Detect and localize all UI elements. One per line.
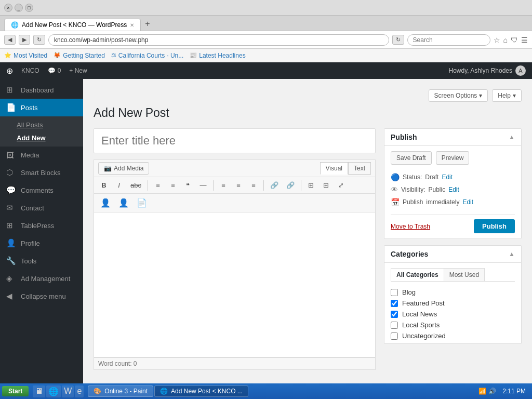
bookmark-latest-headlines[interactable]: 📰 Latest Headlines (190, 52, 245, 59)
visibility-edit-link[interactable]: Edit (448, 186, 459, 193)
sidebar-item-smart-blocks[interactable]: ⬡ Smart Blocks (0, 164, 83, 181)
more-button[interactable]: ⊞ (320, 179, 333, 191)
align-right-button[interactable]: ≡ (247, 179, 260, 191)
publish-panel-toggle-icon[interactable]: ▲ (509, 134, 515, 141)
insert-table-button[interactable]: ⊞ (304, 179, 318, 191)
sidebar-item-contact[interactable]: ✉ Contact (0, 199, 83, 217)
star-icon[interactable]: ☆ (494, 36, 500, 44)
publish-date-edit-link[interactable]: Edit (462, 198, 473, 206)
sidebar-item-media[interactable]: 🖼 Media (0, 147, 83, 164)
person-icon-btn[interactable]: 👤 (97, 196, 114, 210)
url-input[interactable] (48, 34, 389, 46)
contact-icon: ✉ (6, 203, 17, 212)
move-trash-button[interactable]: Move to Trash (391, 223, 430, 230)
text-tab[interactable]: Text (348, 162, 371, 175)
avatar-icon-btn[interactable]: 👤 (115, 196, 132, 210)
blockquote-button[interactable]: ❝ (181, 179, 195, 191)
post-title-input[interactable] (94, 128, 376, 153)
sidebar-item-tablepress[interactable]: ⊞ TablePress (0, 217, 83, 234)
add-media-button[interactable]: 📷 Add Media (98, 162, 149, 175)
sidebar-label-profile: Profile (21, 240, 40, 247)
sidebar-item-comments[interactable]: 💬 Comments (0, 181, 83, 199)
cat-item-local-news: Local News (391, 309, 515, 320)
cat-checkbox-blog[interactable] (391, 289, 398, 296)
doc-icon-btn[interactable]: 📄 (134, 196, 150, 210)
shield-icon[interactable]: 🛡 (511, 36, 518, 44)
hr-button[interactable]: — (196, 179, 210, 191)
bookmark-california-courts[interactable]: ⚖ California Courts - Un... (111, 52, 183, 59)
sidebar-item-ad-management[interactable]: ◈ Ad Management (0, 270, 83, 287)
refresh2-button[interactable]: ↻ (392, 35, 404, 45)
publish-button[interactable]: Publish (474, 219, 515, 233)
cat-checkbox-featured[interactable] (391, 300, 398, 307)
tab-close-icon[interactable]: ✕ (130, 22, 134, 28)
fullscreen-button[interactable]: ⤢ (335, 179, 348, 191)
align-center-button[interactable]: ≡ (232, 179, 245, 191)
screen-options-bar: Screen Options ▾ Help ▾ (94, 89, 522, 102)
publish-date-row: 📅 Publish immediately Edit (391, 196, 515, 208)
remove-link-button[interactable]: 🔗 (283, 179, 298, 191)
browser-titlebar: × _ □ (0, 0, 532, 16)
menu-icon[interactable]: ☰ (521, 36, 528, 44)
wp-body: ⊞ Dashboard 📄 Posts All Posts Add New 🖼 … (0, 79, 532, 399)
refresh-button[interactable]: ↻ (33, 35, 45, 45)
sidebar-item-posts[interactable]: 📄 Posts (0, 99, 83, 116)
categories-panel-toggle-icon[interactable]: ▲ (509, 250, 515, 258)
editor-body[interactable] (94, 212, 376, 357)
active-tab[interactable]: 🌐 Add New Post < KNCO — WordPress ✕ (4, 19, 141, 31)
site-name[interactable]: KNCO (21, 67, 39, 74)
cat-checkbox-local-sports[interactable] (391, 322, 398, 329)
cat-checkbox-local-news[interactable] (391, 311, 398, 318)
taskbar-ie-icon[interactable]: e (75, 385, 84, 397)
back-button[interactable]: ◀ (4, 35, 16, 45)
strikethrough-button[interactable]: abc (127, 179, 144, 191)
preview-button[interactable]: Preview (436, 151, 470, 165)
sidebar-item-profile[interactable]: 👤 Profile (0, 234, 83, 252)
screen-options-button[interactable]: Screen Options ▾ (429, 89, 488, 102)
bold-button[interactable]: B (97, 179, 111, 191)
comments-button[interactable]: 💬 0 (48, 67, 61, 74)
most-used-tab[interactable]: Most Used (444, 268, 485, 281)
unordered-list-button[interactable]: ≡ (151, 179, 165, 191)
collapse-icon: ◀ (6, 291, 17, 301)
visual-tab[interactable]: Visual (320, 162, 348, 175)
bookmark-getting-started[interactable]: 🦊 Getting Started (54, 52, 105, 59)
taskbar-show-desktop-icon[interactable]: 🖥 (33, 385, 45, 397)
sidebar-item-dashboard[interactable]: ⊞ Dashboard (0, 81, 83, 99)
browser-icons: ☆ ⌂ 🛡 ☰ (494, 36, 528, 44)
sidebar-sub-all-posts[interactable]: All Posts (0, 118, 83, 131)
cat-checkbox-uncategorized[interactable] (391, 332, 398, 340)
align-left-button[interactable]: ≡ (217, 179, 230, 191)
help-label: Help (498, 92, 511, 99)
search-input[interactable] (407, 34, 490, 46)
new-content-button[interactable]: + New (69, 67, 87, 74)
editor-toolbar-top: 📷 Add Media Visual Text (94, 159, 376, 177)
min-btn[interactable]: _ (15, 4, 23, 12)
home-icon[interactable]: ⌂ (503, 36, 508, 44)
publish-panel-header[interactable]: Publish ▲ (384, 129, 521, 146)
sidebar-item-collapse[interactable]: ◀ Collapse menu (0, 287, 83, 305)
ordered-list-button[interactable]: ≡ (166, 179, 180, 191)
categories-panel-header[interactable]: Categories ▲ (384, 246, 521, 263)
new-tab-button[interactable]: + (141, 17, 154, 31)
status-edit-link[interactable]: Edit (442, 174, 453, 181)
sidebar-item-tools[interactable]: 🔧 Tools (0, 252, 83, 270)
close-btn[interactable]: × (4, 4, 12, 12)
forward-button[interactable]: ▶ (19, 35, 30, 45)
start-button[interactable]: Start (2, 386, 29, 396)
sidebar-sub-add-new[interactable]: Add New (0, 131, 83, 144)
bookmark-most-visited[interactable]: ⭐ Most Visited (4, 52, 47, 59)
all-categories-tab[interactable]: All Categories (391, 268, 444, 281)
taskbar-item-paint[interactable]: 🎨 Online 3 - Paint (88, 385, 153, 397)
save-draft-button[interactable]: Save Draft (391, 151, 432, 165)
taskbar-browser-icon[interactable]: 🌐 (46, 385, 61, 397)
sidebar-label-smart-blocks: Smart Blocks (21, 169, 61, 177)
wp-logo-icon[interactable]: ⊕ (6, 66, 13, 76)
publish-footer: Move to Trash Publish (391, 215, 515, 233)
italic-button[interactable]: I (112, 179, 126, 191)
help-button[interactable]: Help ▾ (492, 89, 522, 102)
taskbar-wp-icon[interactable]: W (62, 385, 74, 397)
taskbar-item-wordpress[interactable]: 🌐 Add New Post < KNCO ... (154, 385, 248, 397)
insert-link-button[interactable]: 🔗 (267, 179, 282, 191)
max-btn[interactable]: □ (25, 4, 33, 12)
